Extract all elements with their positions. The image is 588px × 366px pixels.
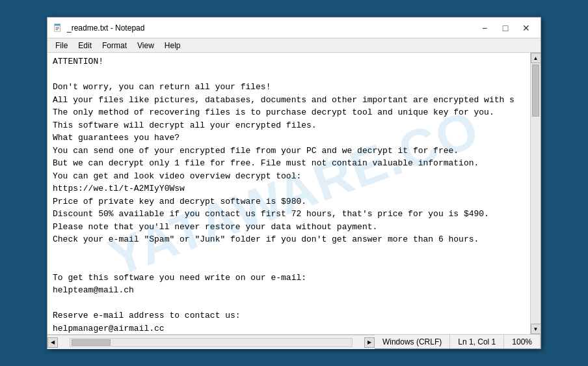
menu-file[interactable]: File	[50, 40, 73, 51]
scroll-up-button[interactable]: ▲	[531, 53, 541, 63]
scroll-left-button[interactable]: ◀	[47, 337, 58, 348]
scrollbar-thumb[interactable]	[532, 64, 539, 117]
editor-area: ATTENTION! Don't worry, you can return a…	[47, 53, 541, 334]
window-title: _readme.txt - Notepad	[67, 23, 475, 33]
scrollbar-x-track[interactable]	[70, 338, 353, 347]
scrollbar-horizontal[interactable]: ◀ ▶	[47, 335, 375, 349]
window-controls: − □ ✕	[475, 21, 535, 35]
position-status: Ln 1, Col 1	[450, 335, 504, 348]
menu-bar: File Edit Format View Help	[47, 38, 541, 53]
svg-rect-1	[55, 23, 60, 25]
window-icon	[53, 23, 63, 33]
menu-help[interactable]: Help	[159, 40, 186, 51]
notepad-window: _readme.txt - Notepad − □ ✕ File Edit Fo…	[47, 17, 541, 349]
maximize-button[interactable]: □	[496, 21, 514, 35]
encoding-status: Windows (CRLF)	[375, 335, 450, 348]
text-editor[interactable]: ATTENTION! Don't worry, you can return a…	[47, 53, 530, 334]
close-button[interactable]: ✕	[517, 21, 535, 35]
menu-edit[interactable]: Edit	[73, 40, 97, 51]
bottom-bar: ◀ ▶ Windows (CRLF) Ln 1, Col 1 100%	[47, 334, 541, 348]
menu-view[interactable]: View	[132, 40, 159, 51]
scrollbar-vertical[interactable]: ▲ ▼	[530, 53, 541, 334]
scroll-right-button[interactable]: ▶	[364, 337, 375, 348]
scroll-down-button[interactable]: ▼	[531, 324, 541, 334]
scrollbar-track[interactable]	[531, 63, 541, 324]
menu-format[interactable]: Format	[97, 40, 132, 51]
zoom-status: 100%	[504, 335, 541, 348]
scrollbar-x-thumb[interactable]	[72, 339, 111, 346]
title-bar: _readme.txt - Notepad − □ ✕	[47, 18, 541, 38]
minimize-button[interactable]: −	[475, 21, 494, 35]
